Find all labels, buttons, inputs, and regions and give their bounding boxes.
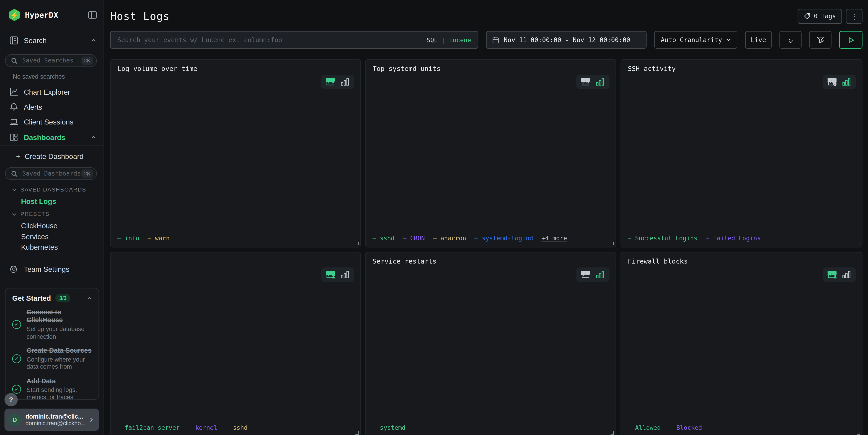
tags-label: 0 Tags (814, 12, 836, 20)
panel-title: SSH activity (628, 65, 855, 74)
lucene-mode-toggle[interactable]: Lucene (449, 36, 471, 43)
calendar-icon (492, 36, 499, 43)
sidebar-collapse-icon[interactable] (88, 11, 97, 19)
chart-legend: — Allowed— Blocked (628, 423, 855, 432)
chart-type-toggle[interactable]: 0306090120Nov 11 12:00:00 AM10:30:00 AM1… (823, 268, 856, 282)
chart-plot[interactable] (628, 266, 855, 420)
dashboard-panel-4: 050100150200Nov 11 12:00:00 AM10:30:00 A… (110, 252, 361, 435)
date-range-value: Nov 11 00:00:00 - Nov 12 00:00:00 (504, 36, 630, 44)
section-presets[interactable]: PRESETS (12, 211, 49, 217)
sidebar-dashboard-host-logs[interactable]: Host Logs (21, 197, 56, 206)
panel-resize-handle[interactable] (857, 242, 860, 245)
step-title: Connect to ClickHouse (27, 308, 92, 324)
sidebar-preset-kubernetes[interactable]: Kubernetes (21, 243, 58, 251)
create-dashboard-button[interactable]: +Create Dashboard (16, 152, 84, 160)
legend-item: — systemd-logind (474, 235, 533, 242)
section-saved-dashboards[interactable]: SAVED DASHBOARDS (12, 186, 86, 193)
dashboard-panel-5: Service restarts 02468Nov 11 12:00:00 AM… (365, 252, 616, 435)
filter-icon (816, 36, 824, 44)
no-saved-searches-text: No saved searches (13, 73, 65, 80)
get-started-step[interactable]: ✓ Create Data Sources Configure where yo… (12, 347, 92, 371)
sidebar-item-alerts[interactable]: Alerts (0, 99, 103, 115)
step-title: Add Data (27, 377, 92, 385)
line-chart-icon[interactable]: 050100150200Nov 11 12:00:00 AM10:30:00 A… (326, 271, 335, 279)
filter-button[interactable] (809, 31, 832, 49)
legend-item: — anacron (433, 235, 466, 242)
chart-type-toggle[interactable]: 0150300450600Nov 11 12:00:00 AM10:30:00 … (823, 75, 856, 89)
chart-canvas (628, 266, 855, 420)
date-range-picker[interactable]: Nov 11 00:00:00 - Nov 12 00:00:00 (486, 31, 646, 49)
chart-plot[interactable] (628, 74, 855, 230)
sidebar-item-dashboards[interactable]: Dashboards (0, 129, 103, 145)
help-button[interactable]: ? (4, 393, 18, 406)
get-started-title: Get Started (12, 294, 51, 302)
sql-mode-toggle[interactable]: SQL (427, 36, 438, 43)
divider: | (441, 36, 445, 43)
check-circle-icon: ✓ (12, 320, 21, 329)
chart-plot[interactable] (117, 74, 354, 230)
line-chart-icon[interactable]: 02505007501KNov 11 12:00:00 AM10:30:00 A… (581, 78, 590, 86)
panel-resize-handle[interactable] (857, 431, 860, 435)
bar-chart-icon[interactable] (596, 78, 604, 86)
step-description: Configure where your data comes from (27, 356, 92, 371)
tags-button[interactable]: 0 Tags (798, 9, 842, 24)
get-started-step[interactable]: ✓ Add Data Start sending logs, metrics, … (12, 377, 92, 402)
chart-legend: — fail2ban-server— kernel— sshd (117, 423, 354, 432)
chart-type-toggle[interactable]: 02505007501KNov 11 12:00:00 AM10:30:00 A… (321, 75, 354, 89)
dashboard-panel-3: SSH activity 0150300450600Nov 11 12:00:0… (620, 59, 862, 248)
panel-resize-handle[interactable] (355, 431, 359, 435)
chart-canvas (372, 266, 609, 420)
chart-type-toggle[interactable]: 02468Nov 11 12:00:00 AM10:30:00 AM11:30:… (576, 268, 610, 282)
get-started-card: Get Started 3/3 ✓ Connect to ClickHouse … (5, 288, 99, 400)
sidebar-preset-clickhouse[interactable]: ClickHouse (21, 221, 57, 229)
chevron-up-icon[interactable] (88, 296, 92, 300)
laptop-icon (9, 117, 18, 127)
saved-dashboards-placeholder: Saved Dashboards (22, 170, 81, 177)
panel-resize-handle[interactable] (611, 431, 614, 435)
user-menu[interactable]: D dominic.tran@clic... dominic.tran@clic… (4, 409, 99, 431)
dashboard-panel-6: Firewall blocks 0306090120Nov 11 12:00:0… (620, 252, 862, 435)
sidebar-item-chart-explorer[interactable]: Chart Explorer (0, 84, 103, 100)
chart-plot[interactable] (117, 266, 354, 420)
panel-resize-handle[interactable] (611, 242, 614, 245)
line-chart-icon[interactable]: 0306090120Nov 11 12:00:00 AM10:30:00 AM1… (828, 271, 837, 279)
legend-item: — Successful Logins (628, 235, 698, 242)
line-chart-icon[interactable]: 02468Nov 11 12:00:00 AM10:30:00 AM11:30:… (581, 271, 590, 279)
chart-type-toggle[interactable]: 02505007501KNov 11 12:00:00 AM10:30:00 A… (576, 75, 610, 89)
user-name: dominic.tran@clic... (26, 413, 86, 420)
panel-resize-handle[interactable] (355, 242, 359, 245)
refresh-button[interactable]: ↻ (779, 31, 801, 49)
event-search-input[interactable]: Search your events w/ Lucene ex. column:… (110, 31, 478, 49)
search-icon (11, 170, 18, 177)
sidebar-preset-services[interactable]: Services (21, 232, 49, 241)
svg-text:11:30:00 PM: 11:30:00 PM (828, 78, 836, 83)
user-email: dominic.tran@clickho... (26, 420, 86, 426)
live-button[interactable]: Live (745, 31, 772, 49)
bar-chart-icon[interactable] (842, 78, 851, 86)
saved-dashboards-input[interactable]: Saved Dashboards ⌘K (5, 167, 97, 180)
line-chart-icon[interactable]: 0150300450600Nov 11 12:00:00 AM10:30:00 … (828, 78, 837, 86)
main-content: Host Logs 0 Tags ⋮ Search your events w/… (104, 0, 868, 435)
line-chart-icon[interactable]: 02505007501KNov 11 12:00:00 AM10:30:00 A… (326, 78, 335, 86)
panel-menu-button[interactable]: ⋮ (846, 9, 863, 24)
sidebar-item-client-sessions[interactable]: Client Sessions (0, 114, 103, 129)
bar-chart-icon[interactable] (596, 271, 604, 279)
bar-chart-icon[interactable] (341, 271, 349, 279)
saved-searches-input[interactable]: Saved Searches ⌘K (5, 54, 97, 67)
chart-type-toggle[interactable]: 050100150200Nov 11 12:00:00 AM10:30:00 A… (321, 268, 354, 282)
search-placeholder: Search your events w/ Lucene ex. column:… (117, 36, 282, 44)
chart-plot[interactable] (372, 266, 609, 420)
svg-text:11:30:00 PM: 11:30:00 PM (326, 78, 334, 83)
divider (0, 145, 103, 146)
chart-plot[interactable] (372, 74, 609, 230)
sidebar-item-label: Chart Explorer (24, 88, 70, 96)
bar-chart-icon[interactable] (842, 271, 851, 279)
get-started-step[interactable]: ✓ Connect to ClickHouse Set up your data… (12, 308, 92, 341)
granularity-select[interactable]: Auto Granularity (654, 31, 737, 49)
legend-more-link[interactable]: +4 more (541, 235, 567, 242)
refresh-icon: ↻ (788, 35, 793, 44)
sidebar-item-team-settings[interactable]: Team Settings (0, 261, 103, 277)
run-query-button[interactable] (839, 31, 863, 49)
bar-chart-icon[interactable] (341, 78, 349, 86)
sidebar-item-search[interactable]: Search (0, 33, 103, 48)
